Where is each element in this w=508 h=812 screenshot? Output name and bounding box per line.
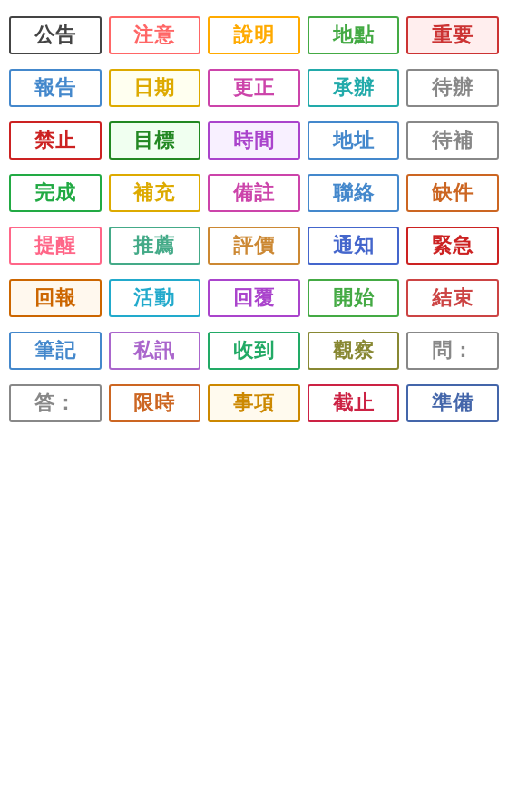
tag-ri-qi[interactable]: 日期 — [109, 69, 201, 107]
tag-cheng-ban[interactable]: 承辦 — [308, 69, 400, 107]
tag-bei-zhu[interactable]: 備註 — [208, 174, 300, 212]
tag-zhu-yi[interactable]: 注意 — [109, 16, 201, 54]
tag-bi-ji[interactable]: 筆記 — [9, 332, 102, 370]
tag-ping-jia[interactable]: 評價 — [208, 227, 300, 265]
tag-si-xun[interactable]: 私訊 — [109, 332, 201, 370]
tag-dai-ban[interactable]: 待辦 — [406, 69, 499, 107]
tag-shi-jian[interactable]: 時間 — [208, 121, 300, 160]
tag-grid: 公告注意說明地點重要報告日期更正承辦待辦禁止目標時間地址待補完成補充備註聯絡缺件… — [0, 0, 508, 439]
tag-gong-gao[interactable]: 公告 — [9, 16, 102, 54]
tag-jin-zhi[interactable]: 禁止 — [9, 121, 102, 160]
tag-zhun-bei[interactable]: 準備 — [406, 384, 499, 422]
tag-dai-bu[interactable]: 待補 — [406, 121, 499, 160]
tag-wan-cheng[interactable]: 完成 — [9, 174, 102, 212]
tag-jie-zhi[interactable]: 截止 — [308, 384, 400, 422]
tag-lian-luo[interactable]: 聯絡 — [308, 174, 400, 212]
tag-kai-shi[interactable]: 開始 — [308, 279, 400, 317]
tag-mu-biao[interactable]: 目標 — [109, 121, 201, 160]
tag-geng-zheng[interactable]: 更正 — [208, 69, 300, 107]
tag-tong-zhi[interactable]: 通知 — [308, 227, 400, 265]
tag-bu-chong[interactable]: 補充 — [109, 174, 201, 212]
tag-hui-bao[interactable]: 回報 — [9, 279, 102, 317]
tag-bao-gao[interactable]: 報告 — [9, 69, 102, 107]
tag-xian-shi[interactable]: 限時 — [109, 384, 201, 422]
tag-wen[interactable]: 問： — [406, 332, 499, 370]
tag-jie-shu[interactable]: 結束 — [406, 279, 499, 317]
tag-tui-jian[interactable]: 推薦 — [109, 227, 201, 265]
tag-guan-cha[interactable]: 觀察 — [308, 332, 400, 370]
tag-hui-fu[interactable]: 回覆 — [208, 279, 300, 317]
tag-da[interactable]: 答： — [9, 384, 102, 422]
tag-huo-dong[interactable]: 活動 — [109, 279, 201, 317]
tag-di-dian[interactable]: 地點 — [308, 16, 400, 54]
tag-que-jian[interactable]: 缺件 — [406, 174, 499, 212]
tag-ti-xing[interactable]: 提醒 — [9, 227, 102, 265]
tag-jin-ji[interactable]: 緊急 — [406, 227, 499, 265]
tag-shuo-ming[interactable]: 說明 — [208, 16, 300, 54]
tag-di-zhi[interactable]: 地址 — [308, 121, 400, 160]
tag-zhong-yao[interactable]: 重要 — [406, 16, 499, 54]
tag-shou-dao[interactable]: 收到 — [208, 332, 300, 370]
tag-shi-xiang[interactable]: 事項 — [208, 384, 300, 422]
